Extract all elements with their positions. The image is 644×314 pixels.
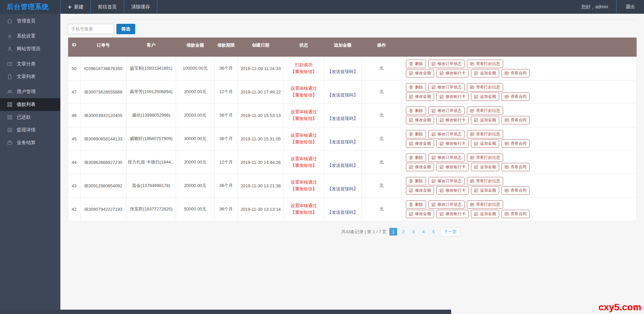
- sidebar-item-site-admin[interactable]: 网站管理员: [0, 43, 60, 55]
- edit-amount-button[interactable]: 修改金额: [406, 92, 434, 101]
- sidebar-item-user-management[interactable]: 用户管理: [0, 85, 60, 98]
- sidebar-item-article-list[interactable]: 文章列表: [0, 70, 60, 83]
- edit-order-status-button[interactable]: 修改订单状态: [428, 153, 465, 162]
- add-amount-button[interactable]: 追加金额: [471, 163, 499, 171]
- send-withdraw-code-link[interactable]: 【发送提现码】: [327, 69, 358, 74]
- sidebar-item-business-settlement[interactable]: 业务结算: [0, 136, 60, 149]
- send-withdraw-code-link[interactable]: 【发送提现码】: [327, 186, 358, 191]
- add-amount-button[interactable]: 追加金额: [471, 186, 499, 195]
- nav-item-new[interactable]: 新建: [60, 0, 91, 14]
- cell-id: 47: [68, 80, 80, 104]
- edit-bank-card-button[interactable]: 修改银行卡: [436, 139, 469, 148]
- view-contract-button[interactable]: 查看合同: [501, 69, 530, 77]
- sidebar-item-system-settings[interactable]: 系统设置: [0, 30, 60, 43]
- next-page-button[interactable]: 下一页: [440, 228, 461, 236]
- sidebar-item-withdraw-detail[interactable]: 提现详情: [0, 124, 60, 136]
- sidebar-item-article-category[interactable]: 文章分类: [0, 58, 60, 70]
- filter-button[interactable]: 筛选: [116, 24, 135, 34]
- edit-bank-card-button[interactable]: 修改银行卡: [436, 163, 469, 171]
- send-withdraw-code-link[interactable]: 【发送提现码】: [327, 139, 358, 144]
- page-button-3[interactable]: 3: [410, 228, 417, 236]
- resend-sms-link[interactable]: 【重发短信】: [284, 115, 324, 122]
- delete-button[interactable]: 删除: [406, 83, 426, 91]
- view-payment-info-button[interactable]: 查看打款信息: [467, 83, 503, 91]
- edit-order-status-button[interactable]: 修改订单状态: [428, 107, 465, 115]
- edit-amount-button[interactable]: 修改金额: [406, 163, 434, 171]
- edit-order-status-button[interactable]: 修改订单状态: [428, 60, 465, 68]
- send-withdraw-code-link[interactable]: 【发送提现码】: [327, 92, 358, 98]
- nav-item-go-homepage[interactable]: 前往首页: [91, 0, 124, 14]
- edit-amount-button[interactable]: 修改金额: [406, 139, 434, 148]
- edit-order-status-button[interactable]: 修改订单状态: [428, 130, 465, 138]
- view-contract-button[interactable]: 查看合同: [501, 210, 530, 218]
- action-button-row: 删除修改订单状态查看打款信息: [406, 60, 634, 68]
- sidebar-item-loan-list[interactable]: 借款列表: [0, 98, 60, 111]
- add-amount-button[interactable]: 追加金额: [471, 116, 499, 124]
- edit-bank-card-button[interactable]: 修改银行卡: [436, 210, 469, 218]
- edit-order-status-button[interactable]: 修改订单状态: [428, 83, 465, 91]
- page-button-1[interactable]: 1: [389, 228, 397, 236]
- trash-icon: [409, 179, 413, 183]
- action-label: 查看合同: [511, 70, 527, 76]
- delete-button[interactable]: 删除: [406, 200, 426, 209]
- edit-order-status-button[interactable]: 修改订单状态: [428, 177, 465, 185]
- add-amount-button[interactable]: 追加金额: [471, 210, 499, 218]
- page-button-5[interactable]: 5: [430, 228, 437, 236]
- delete-button[interactable]: 删除: [406, 153, 426, 162]
- view-contract-button[interactable]: 查看合同: [501, 92, 530, 101]
- view-contract-button[interactable]: 查看合同: [501, 139, 530, 148]
- col-header-7: 状态: [284, 38, 324, 57]
- view-contract-button[interactable]: 查看合同: [501, 186, 530, 195]
- status-text: 设置审核通过: [284, 155, 324, 162]
- delete-button[interactable]: 删除: [406, 60, 426, 68]
- edit-bank-card-button[interactable]: 修改银行卡: [436, 116, 469, 124]
- view-payment-info-button[interactable]: 查看打款信息: [467, 60, 503, 68]
- cell-customer: 茧会(13784998178): [126, 174, 176, 197]
- send-withdraw-code-link[interactable]: 【发送提现码】: [327, 116, 358, 121]
- nav-item-clear-cache[interactable]: 清除缓存: [124, 0, 157, 14]
- sidebar-item-label: 文章分类: [17, 61, 36, 67]
- add-amount-button[interactable]: 追加金额: [471, 92, 499, 101]
- action-label: 修改银行卡: [445, 141, 466, 146]
- edit-icon: [474, 95, 478, 99]
- edit-bank-card-button[interactable]: 修改银行卡: [436, 92, 469, 101]
- resend-sms-link[interactable]: 【重发短信】: [284, 92, 324, 99]
- view-contract-button[interactable]: 查看合同: [501, 163, 530, 171]
- send-withdraw-code-link[interactable]: 【发送提现码】: [327, 210, 358, 215]
- delete-button[interactable]: 删除: [406, 107, 426, 115]
- action-label: 查看打款信息: [476, 84, 500, 90]
- edit-amount-button[interactable]: 修改金额: [406, 186, 434, 195]
- delete-button[interactable]: 删除: [406, 177, 426, 185]
- edit-amount-button[interactable]: 修改金额: [406, 116, 434, 124]
- sidebar-item-repaid[interactable]: 已还款: [0, 111, 60, 124]
- col-header-4: 借款金额: [176, 38, 215, 57]
- page-button-4[interactable]: 4: [420, 228, 427, 236]
- edit-order-status-button[interactable]: 修改订单状态: [428, 200, 465, 209]
- edit-bank-card-button[interactable]: 修改银行卡: [436, 186, 469, 195]
- resend-sms-link[interactable]: 【重发短信】: [284, 209, 324, 216]
- resend-sms-link[interactable]: 【重发短信】: [284, 162, 324, 169]
- view-payment-info-button[interactable]: 查看打款信息: [467, 177, 503, 185]
- page-button-2[interactable]: 2: [399, 228, 407, 236]
- cell-actions: 删除修改订单状态查看打款信息修改金额修改银行卡追加金额查看合同: [402, 197, 637, 221]
- list-icon: [504, 95, 509, 99]
- view-contract-button[interactable]: 查看合同: [501, 116, 530, 124]
- view-payment-info-button[interactable]: 查看打款信息: [467, 200, 503, 209]
- action-label: 追加金额: [480, 70, 496, 76]
- edit-amount-button[interactable]: 修改金额: [406, 69, 434, 77]
- add-amount-button[interactable]: 追加金额: [471, 69, 499, 77]
- resend-sms-link[interactable]: 【重发短信】: [284, 139, 324, 145]
- view-payment-info-button[interactable]: 查看打款信息: [467, 130, 503, 138]
- send-withdraw-code-link[interactable]: 【发送提现码】: [327, 163, 358, 168]
- logout-button[interactable]: 退出: [616, 0, 644, 14]
- resend-sms-link[interactable]: 【重发短信】: [284, 68, 324, 75]
- edit-amount-button[interactable]: 修改金额: [406, 210, 434, 218]
- resend-sms-link[interactable]: 【重发短信】: [284, 186, 324, 192]
- view-payment-info-button[interactable]: 查看打款信息: [467, 153, 503, 162]
- add-amount-button[interactable]: 追加金额: [471, 139, 499, 148]
- search-input[interactable]: [68, 24, 114, 34]
- view-payment-info-button[interactable]: 查看打款信息: [467, 107, 503, 115]
- sidebar-item-home[interactable]: 管理首页: [0, 15, 60, 27]
- delete-button[interactable]: 删除: [406, 130, 426, 138]
- edit-bank-card-button[interactable]: 修改银行卡: [436, 69, 469, 77]
